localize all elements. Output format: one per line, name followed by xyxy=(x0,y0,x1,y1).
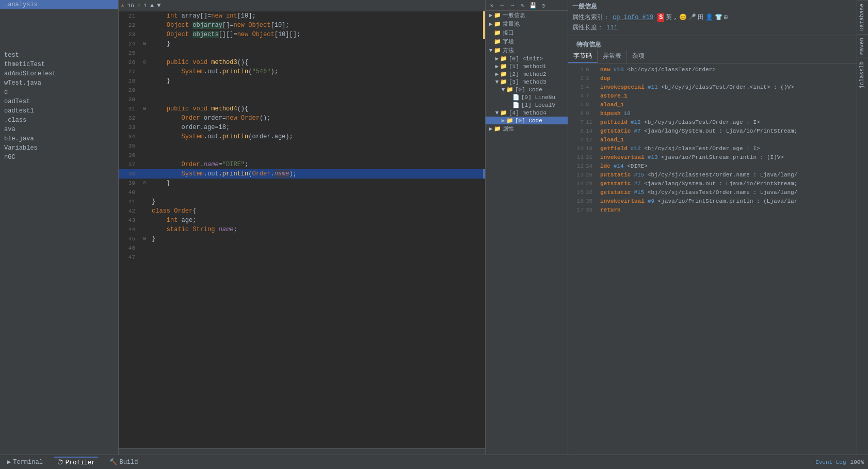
bc-line-8: 8 14 getstatic #7 <java/lang/System.out … xyxy=(572,127,853,136)
sidebar-item-ava[interactable]: ava xyxy=(0,125,118,134)
code-line-33: 33 order.age=18; xyxy=(119,123,485,132)
sidebar-item-oadtest[interactable]: oadTest xyxy=(0,97,118,106)
bytecode-content: 1 0 new #10 <bj/cy/sj/classTest/Order> 2… xyxy=(568,63,857,217)
code-line-41: 41 } xyxy=(119,197,485,206)
bc-line-5: 5 8 aload_1 xyxy=(572,101,853,109)
tree-method4[interactable]: ▼ 📁 [4] method4 xyxy=(486,109,568,117)
tree-constant-pool[interactable]: ▶ 📁 常量池 xyxy=(486,20,568,28)
ime-emoji-icon[interactable]: 😊 xyxy=(679,13,687,21)
tab-bytecode[interactable]: 字节码 xyxy=(568,50,598,63)
bottom-tab-profiler[interactable]: ⏱ Profiler xyxy=(54,457,99,467)
nav-down-btn[interactable]: ▼ xyxy=(157,2,160,9)
code-editor: ⚠ 16 ✓ 1 ▲ ▼ 21 int array[]=new int[10];… xyxy=(119,0,485,455)
sidebar-item-ble[interactable]: ble.java xyxy=(0,134,118,143)
bc-line-16: 16 35 invokevirtual #9 <java/io/PrintStr… xyxy=(572,197,853,206)
profiler-icon: ⏱ xyxy=(57,459,63,466)
sidebar-item-class[interactable]: .class xyxy=(0,116,118,125)
bc-line-14: 14 29 getstatic #7 <java/lang/System.out… xyxy=(572,180,853,188)
code-line-35: 35 xyxy=(119,141,485,151)
code-line-42: 42 class Order{ xyxy=(119,206,485,216)
code-line-28: 28 } xyxy=(119,76,485,86)
special-info-container: 特有信息 xyxy=(568,36,857,50)
code-line-31: 31 ⊖ public void method4(){ xyxy=(119,104,485,114)
code-line-39: 39 ⊖ } xyxy=(119,179,485,188)
right-panel: ✕ ← → ↻ 💾 ◷ ▶ 📁 一般信息 ▶ 📁 常量池 📁 接 xyxy=(485,0,857,455)
ime-s-icon[interactable]: S xyxy=(657,13,664,22)
sidebar-item-ngc[interactable]: nGC xyxy=(0,153,118,162)
code-line-25: 25 xyxy=(119,48,485,58)
tree-interfaces[interactable]: 📁 接口 xyxy=(486,28,568,37)
sidebar-item-thmetictest[interactable]: thmeticTest xyxy=(0,60,118,69)
save-btn[interactable]: 💾 xyxy=(529,1,537,9)
vtab-jclasslib[interactable]: jclasslb xyxy=(857,58,868,92)
sidebar-item-d[interactable]: d xyxy=(0,88,118,97)
code-line-37: 37 Order.name="DIRE"; xyxy=(119,160,485,169)
code-line-38: 38 System.out.println(Order.name); xyxy=(119,169,485,179)
vtab-database[interactable]: Database xyxy=(857,0,868,34)
code-line-45: 45 ⊖ } xyxy=(119,234,485,244)
sidebar-item-variables[interactable]: Variables xyxy=(0,143,118,153)
bytecode-tabs: 字节码 异常表 杂项 xyxy=(568,50,857,63)
ok-icon: ✓ xyxy=(137,2,141,9)
forward-btn[interactable]: → xyxy=(508,1,517,9)
sidebar-item-adandstoretest[interactable]: adAndStoreTest xyxy=(0,69,118,78)
history-btn[interactable]: ◷ xyxy=(539,1,548,9)
tree-localv[interactable]: 📄 [1] LocalV xyxy=(486,101,568,109)
ime-person-icon[interactable]: 👤 xyxy=(705,13,713,21)
sidebar-item-wtest[interactable]: wTest.java xyxy=(0,78,118,88)
tab-exception-table[interactable]: 异常表 xyxy=(598,50,627,63)
tab-misc[interactable]: 杂项 xyxy=(627,50,650,63)
code-hscrollbar[interactable] xyxy=(119,448,485,455)
code-line-36: 36 xyxy=(119,151,485,160)
ime-mic-icon[interactable]: 🎤 xyxy=(688,13,696,21)
code-line-30: 30 xyxy=(119,95,485,104)
vtab-maven[interactable]: Maven xyxy=(857,34,868,58)
code-line-29: 29 xyxy=(119,86,485,95)
bc-line-3: 3 4 invokespecial #11 <bj/cy/sj/classTes… xyxy=(572,83,853,92)
bc-line-9: 9 17 aload_1 xyxy=(572,136,853,144)
tree-method4-code[interactable]: ▶ 📁 [0] Code xyxy=(486,117,568,124)
event-log-link[interactable]: Event Log xyxy=(815,459,846,465)
tree-method3-code[interactable]: ▼ 📁 [0] Code xyxy=(486,86,568,93)
bottom-tab-terminal[interactable]: ▶ Terminal xyxy=(4,457,46,467)
ime-table-icon[interactable]: 田 xyxy=(698,13,704,22)
ime-comma-icon[interactable]: , xyxy=(673,14,677,21)
back-btn[interactable]: ← xyxy=(498,1,506,9)
bc-line-12: 12 24 ldc #14 <DIRE> xyxy=(572,162,853,171)
ime-clothes-icon[interactable]: 👕 xyxy=(715,13,722,21)
code-content[interactable]: 21 int array[]=new int[10]; 22 Object ob… xyxy=(119,11,485,448)
ime-grid-icon[interactable]: ⊞ xyxy=(724,13,728,21)
attr-index-value[interactable]: cp info #19 xyxy=(613,14,653,21)
close-btn[interactable]: ✕ xyxy=(488,1,496,9)
sidebar-item-oadtest1[interactable]: oadtest1 xyxy=(0,106,118,116)
bottom-tab-build[interactable]: 🔨 Build xyxy=(106,457,141,467)
tree-init[interactable]: ▶ 📁 [0] <init> xyxy=(486,55,568,62)
sidebar-item-analysis[interactable]: .analysis xyxy=(0,0,118,9)
tree-methods[interactable]: ▼ 📁 方法 xyxy=(486,46,568,55)
bc-line-4: 4 7 astore_1 xyxy=(572,92,853,101)
tree-method3[interactable]: ▼ 📁 [3] method3 xyxy=(486,78,568,86)
code-line-21: 21 int array[]=new int[10]; xyxy=(119,11,485,21)
ime-toolbar: S 英 , 😊 🎤 田 👤 👕 ⊞ xyxy=(657,13,728,22)
sidebar-item-test[interactable]: test xyxy=(0,51,118,60)
nav-up-btn[interactable]: ▲ xyxy=(150,2,154,9)
terminal-label: Terminal xyxy=(13,459,43,466)
code-line-22: 22 Object objarray[]=new Object[10]; xyxy=(119,21,485,30)
tree-fields[interactable]: 📁 字段 xyxy=(486,37,568,46)
refresh-btn[interactable]: ↻ xyxy=(519,1,527,9)
tree-method1[interactable]: ▶ 📁 [1] method1 xyxy=(486,62,568,70)
tree-method2[interactable]: ▶ 📁 [2] method2 xyxy=(486,70,568,78)
ime-en-icon[interactable]: 英 xyxy=(666,13,672,22)
tree-general-info[interactable]: ▶ 📁 一般信息 xyxy=(486,11,568,20)
bc-line-6: 6 9 bipush 18 xyxy=(572,109,853,118)
code-line-32: 32 Order order=new Order(); xyxy=(119,114,485,123)
tree-toolbar: ✕ ← → ↻ 💾 ◷ xyxy=(486,0,568,11)
ok-count: 1 xyxy=(143,3,147,9)
tree-linenum[interactable]: 📄 [0] LineNu xyxy=(486,93,568,101)
code-line-24: 24 ⊖ } xyxy=(119,39,485,48)
code-line-27: 27 System.out.println("546"); xyxy=(119,67,485,76)
bottom-bar: ▶ Terminal ⏱ Profiler 🔨 Build Event Log … xyxy=(0,455,868,469)
profiler-label: Profiler xyxy=(66,459,95,466)
tree-attributes[interactable]: ▶ 📁 属性 xyxy=(486,124,568,133)
attr-index-label: 属性名索引： xyxy=(572,13,609,22)
